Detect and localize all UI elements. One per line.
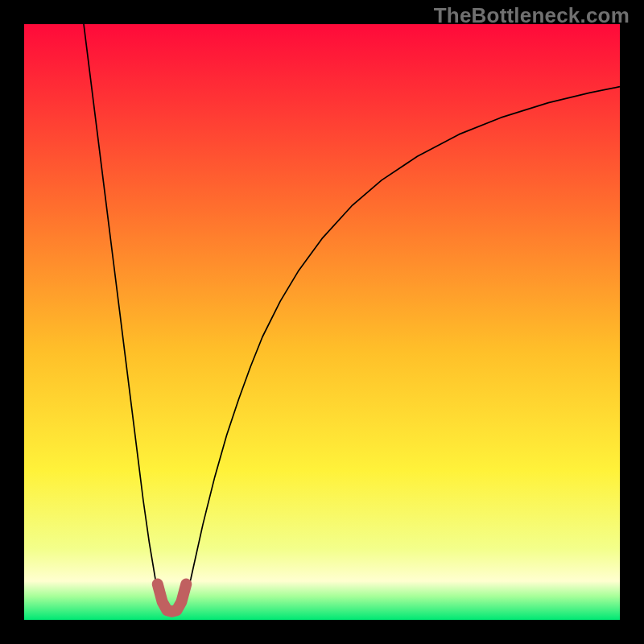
watermark-text: TheBottleneck.com <box>434 3 630 28</box>
bottleneck-chart <box>24 24 620 620</box>
chart-frame: TheBottleneck.com <box>0 0 644 644</box>
chart-background <box>24 24 620 620</box>
